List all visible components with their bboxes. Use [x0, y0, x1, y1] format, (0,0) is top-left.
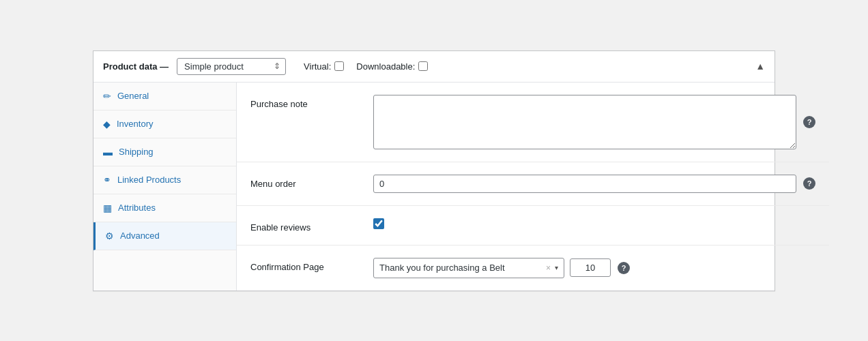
enable-reviews-checkbox[interactable]	[373, 218, 384, 229]
confirmation-select-wrap: Thank you for purchasing a Belt × ▾	[373, 258, 611, 278]
product-data-main: Purchase note ? Menu order ?	[237, 83, 829, 291]
confirmation-page-help-icon[interactable]: ?	[618, 262, 630, 274]
purchase-note-field-content: ?	[373, 95, 815, 149]
product-data-body: ✏ General ◆ Inventory ▬ Shipping ⚭ Linke…	[93, 83, 775, 291]
product-options-checkboxes: Virtual: Downloadable:	[304, 61, 428, 72]
sidebar-item-general[interactable]: ✏ General	[93, 83, 236, 110]
diamond-icon: ◆	[103, 119, 111, 130]
downloadable-text: Downloadable:	[356, 61, 415, 72]
gear-icon: ⚙	[105, 231, 114, 241]
menu-order-input[interactable]	[373, 175, 796, 193]
sidebar-label-advanced: Advanced	[120, 231, 160, 241]
purchase-note-label: Purchase note	[250, 95, 360, 109]
purchase-note-textarea[interactable]	[373, 95, 796, 149]
collapse-arrow-icon[interactable]: ▲	[755, 61, 765, 72]
sidebar-label-inventory: Inventory	[117, 119, 153, 129]
product-data-header: Product data — Simple product ⇕ Virtual:…	[93, 51, 775, 83]
product-data-title: Product data —	[103, 61, 169, 72]
confirmation-page-row: Confirmation Page Thank you for purchasi…	[237, 246, 829, 291]
purchase-note-row: Purchase note ?	[237, 83, 829, 162]
menu-order-row: Menu order ?	[237, 162, 829, 206]
sidebar-item-linked-products[interactable]: ⚭ Linked Products	[93, 166, 236, 194]
confirmation-page-label: Confirmation Page	[250, 258, 360, 272]
confirmation-arrow-icon[interactable]: ▾	[555, 264, 558, 271]
virtual-checkbox[interactable]	[334, 61, 344, 71]
product-type-select-wrap[interactable]: Simple product ⇕	[177, 58, 286, 75]
sidebar-label-shipping: Shipping	[119, 147, 154, 157]
confirmation-page-field-content: Thank you for purchasing a Belt × ▾ ?	[373, 258, 815, 278]
sidebar-item-shipping[interactable]: ▬ Shipping	[93, 138, 236, 166]
confirmation-clear-icon[interactable]: ×	[546, 263, 551, 273]
menu-order-field-content: ?	[373, 175, 815, 193]
downloadable-checkbox[interactable]	[418, 61, 428, 71]
link-icon: ⚭	[103, 175, 111, 186]
sidebar-item-advanced[interactable]: ⚙ Advanced	[93, 222, 236, 250]
virtual-text: Virtual:	[304, 61, 331, 72]
confirmation-page-select[interactable]: Thank you for purchasing a Belt × ▾	[373, 258, 564, 278]
confirmation-select-text: Thank you for purchasing a Belt	[379, 263, 542, 273]
virtual-label[interactable]: Virtual:	[304, 61, 344, 72]
purchase-note-help-icon[interactable]: ?	[803, 116, 815, 128]
enable-reviews-row: Enable reviews	[237, 206, 829, 246]
downloadable-label[interactable]: Downloadable:	[356, 61, 428, 72]
sidebar-item-inventory[interactable]: ◆ Inventory	[93, 110, 236, 138]
menu-order-help-icon[interactable]: ?	[803, 177, 815, 190]
enable-reviews-label: Enable reviews	[250, 218, 360, 233]
box-icon: ▬	[103, 147, 113, 158]
grid-icon: ▦	[103, 203, 112, 213]
product-data-sidebar: ✏ General ◆ Inventory ▬ Shipping ⚭ Linke…	[93, 83, 237, 291]
sidebar-label-attributes: Attributes	[118, 203, 156, 213]
sidebar-label-general: General	[117, 91, 149, 101]
sidebar-item-attributes[interactable]: ▦ Attributes	[93, 194, 236, 222]
menu-order-label: Menu order	[250, 175, 360, 189]
pencil-icon: ✏	[103, 91, 111, 102]
sidebar-label-linked-products: Linked Products	[117, 175, 181, 185]
enable-reviews-field-content	[373, 218, 815, 229]
product-data-box: Product data — Simple product ⇕ Virtual:…	[93, 50, 775, 291]
product-type-select[interactable]: Simple product	[177, 58, 286, 75]
confirmation-number-input[interactable]	[570, 258, 611, 277]
